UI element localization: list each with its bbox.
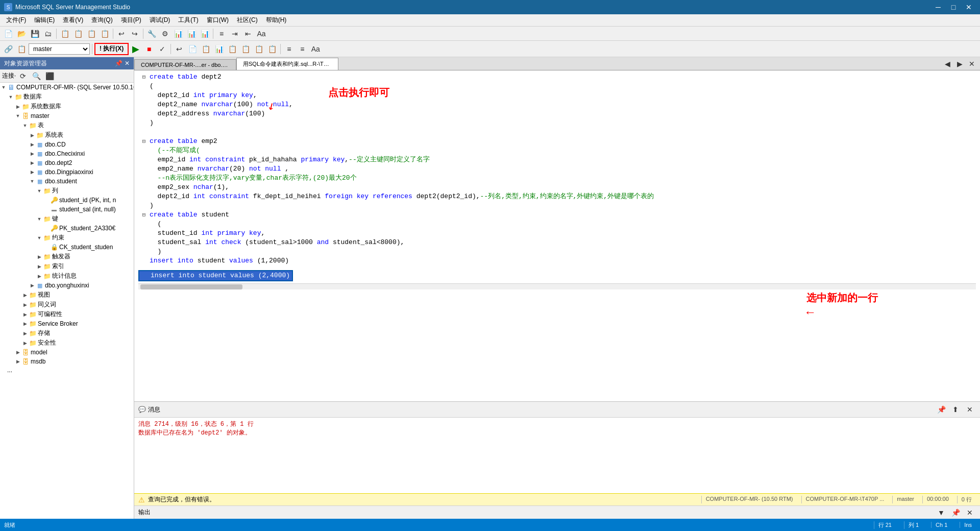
tree-toggle-storage[interactable]: ▶ <box>21 331 29 336</box>
tree-databases[interactable]: ▼ 📁 数据库 <box>0 92 134 102</box>
tree-toggle-yonghuxinxi[interactable]: ▶ <box>29 283 36 288</box>
toolbar-btn1[interactable]: 📋 <box>59 28 71 40</box>
output-float-btn[interactable]: 📌 <box>949 506 962 519</box>
toolbar-btn4[interactable]: 📋 <box>99 28 111 40</box>
toolbar-btn5[interactable]: ↩ <box>115 28 128 40</box>
menu-project[interactable]: 项目(P) <box>117 15 145 26</box>
close-button[interactable]: ✕ <box>962 0 976 14</box>
h-scrollbar[interactable] <box>138 283 976 289</box>
tree-views[interactable]: ▶ 📁 视图 <box>0 290 134 300</box>
tree-dbo-dingpiao[interactable]: ▶ ▦ dbo.Dingpiaoxinxi <box>0 167 134 177</box>
tree-security[interactable]: ▶ 📁 安全性 <box>0 338 134 348</box>
tree-toggle-dingpiao[interactable]: ▶ <box>29 170 36 175</box>
tree-constraints[interactable]: ▼ 📁 约束 <box>0 233 134 243</box>
tree-toggle-databases[interactable]: ▼ <box>7 94 14 100</box>
tb2-btn3[interactable]: ↩ <box>173 43 185 55</box>
tree-dbo-cd[interactable]: ▶ ▦ dbo.CD <box>0 140 134 149</box>
tree-student-id[interactable]: 🔑 student_id (PK, int, n <box>0 196 134 205</box>
sql-editor[interactable]: 点击执行即可 ↙ ⊟ create table dept2 ( dept2_id… <box>134 70 980 401</box>
tb2-btn8[interactable]: 📋 <box>239 43 252 55</box>
tree-toggle-triggers[interactable]: ▶ <box>36 254 43 259</box>
tab-close-all[interactable]: ✕ <box>966 58 978 70</box>
tree-toggle-security[interactable]: ▶ <box>21 341 29 346</box>
oe-stop-btn[interactable]: ⬛ <box>43 70 56 82</box>
tree-indexes[interactable]: ▶ 📁 索引 <box>0 261 134 271</box>
tb2-stop[interactable]: ■ <box>143 43 155 55</box>
menu-query[interactable]: 查询(Q) <box>87 15 116 26</box>
toolbar-btn6[interactable]: ↪ <box>129 28 141 40</box>
tree-programmability[interactable]: ▶ 📁 可编程性 <box>0 309 134 319</box>
tree-toggle-master[interactable]: ▼ <box>14 113 21 118</box>
tree-service-broker[interactable]: ▶ 📁 Service Broker <box>0 319 134 328</box>
toolbar-indent[interactable]: ⇥ <box>229 28 241 40</box>
tb2-btn5[interactable]: 📋 <box>200 43 212 55</box>
tree-ck-student[interactable]: 🔒 CK_student_studen <box>0 243 134 252</box>
menu-help[interactable]: 帮助(H) <box>262 15 291 26</box>
tab-1[interactable]: COMPUTER-OF-MR-....er - dbo.student <box>134 59 236 70</box>
tb2-btn10[interactable]: 📋 <box>266 43 278 55</box>
tree-server[interactable]: ▼ 🖥 COMPUTER-OF-MR- (SQL Server 10.50.16… <box>0 83 134 92</box>
tree-system-tables[interactable]: ▶ 📁 系统表 <box>0 130 134 140</box>
tree-dbo-student[interactable]: ▼ ▦ dbo.student <box>0 177 134 186</box>
toolbar-btn10[interactable]: 📊 <box>185 28 198 40</box>
tb2-btn7[interactable]: 📋 <box>226 43 238 55</box>
tree-student-sal[interactable]: ▬ student_sal (int, null) <box>0 205 134 214</box>
toolbar-save[interactable]: 💾 <box>29 28 41 40</box>
tree-pk-student[interactable]: 🔑 PK_student_2A330€ <box>0 224 134 233</box>
tree-msdb[interactable]: ▶ 🗄 msdb <box>0 357 134 366</box>
tree-toggle-student[interactable]: ▼ <box>29 179 36 184</box>
maximize-button[interactable]: □ <box>946 0 961 14</box>
menu-view[interactable]: 查看(V) <box>59 15 87 26</box>
tb2-btn11[interactable]: ≡ <box>283 43 295 55</box>
toolbar-btn3[interactable]: 📋 <box>85 28 97 40</box>
tree-toggle-cd[interactable]: ▶ <box>29 142 36 147</box>
menu-edit[interactable]: 编辑(E) <box>30 15 59 26</box>
tree-model[interactable]: ▶ 🗄 model <box>0 348 134 357</box>
msg-close-btn[interactable]: ✕ <box>964 403 976 416</box>
database-selector[interactable]: master <box>29 43 90 55</box>
tab-2[interactable]: 用SQL命令建表和约束.sql...R-\T470P (52))* ✕ <box>236 58 338 70</box>
toolbar-btn8[interactable]: ⚙ <box>159 28 171 40</box>
tree-toggle-model[interactable]: ▶ <box>14 350 21 355</box>
tree-toggle-statistics[interactable]: ▶ <box>36 274 43 279</box>
tb2-play[interactable]: ▶ <box>130 43 142 55</box>
menu-debug[interactable]: 调试(D) <box>145 15 175 26</box>
tree-toggle-columns[interactable]: ▼ <box>36 188 43 194</box>
tb2-parse[interactable]: ✓ <box>156 43 168 55</box>
tree-toggle-systables[interactable]: ▶ <box>29 133 36 138</box>
tree-storage[interactable]: ▶ 📁 存储 <box>0 328 134 338</box>
tree-triggers[interactable]: ▶ 📁 触发器 <box>0 252 134 261</box>
tree-toggle-indexes[interactable]: ▶ <box>36 264 43 269</box>
tree-dbo-yonghuxinxi[interactable]: ▶ ▦ dbo.yonghuxinxi <box>0 281 134 290</box>
tree-toggle-prog[interactable]: ▶ <box>21 312 29 317</box>
tree-toggle-synonyms[interactable]: ▶ <box>21 302 29 307</box>
menu-file[interactable]: 文件(F) <box>2 15 30 26</box>
tree-toggle-dept2[interactable]: ▶ <box>29 160 36 165</box>
tb2-btn2[interactable]: 📋 <box>15 43 28 55</box>
tb2-btn13[interactable]: Aa <box>309 43 322 55</box>
toolbar-new-query[interactable]: 📄 <box>2 28 14 40</box>
tree-columns-folder[interactable]: ▼ 📁 列 <box>0 186 134 196</box>
tb2-btn9[interactable]: 📋 <box>253 43 265 55</box>
tree-toggle-msdb[interactable]: ▶ <box>14 359 21 364</box>
tree-statistics[interactable]: ▶ 📁 统计信息 <box>0 271 134 281</box>
minimize-button[interactable]: ─ <box>931 0 945 14</box>
tree-master[interactable]: ▼ 🗄 master <box>0 111 134 120</box>
toolbar-outdent[interactable]: ⇤ <box>242 28 254 40</box>
menu-community[interactable]: 社区(C) <box>233 15 262 26</box>
tree-tables[interactable]: ▼ 📁 表 <box>0 120 134 130</box>
tree-toggle-server[interactable]: ▼ <box>0 85 7 90</box>
tree-toggle-keys[interactable]: ▼ <box>36 216 43 222</box>
tab-scroll-left[interactable]: ◀ <box>941 58 953 70</box>
tree-dbo-dept2[interactable]: ▶ ▦ dbo.dept2 <box>0 158 134 167</box>
tab-scroll-right[interactable]: ▶ <box>953 58 966 70</box>
toolbar-btn7[interactable]: 🔧 <box>145 28 158 40</box>
toolbar-btn12[interactable]: ≡ <box>215 28 228 40</box>
tree-dbo-checixinxi[interactable]: ▶ ▦ dbo.Checixinxi <box>0 149 134 158</box>
tb2-btn4[interactable]: 📄 <box>186 43 199 55</box>
toolbar-save-all[interactable]: 🗂 <box>42 28 54 40</box>
tb2-btn12[interactable]: ≡ <box>296 43 308 55</box>
tree-keys[interactable]: ▼ 📁 键 <box>0 214 134 224</box>
tree-toggle-checixinxi[interactable]: ▶ <box>29 151 36 156</box>
msg-pin-btn[interactable]: 📌 <box>935 403 947 416</box>
